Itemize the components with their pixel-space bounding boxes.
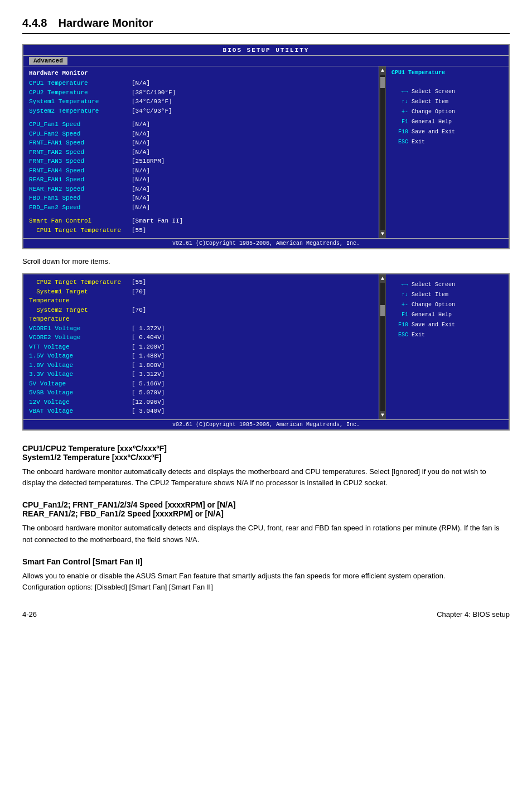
key-row: ←→ Select Screen xyxy=(391,280,503,290)
table-row: 5V Voltage [ 5.166V] xyxy=(29,379,373,389)
bios-tab-bar-1: Advanced xyxy=(23,56,509,66)
table-row: CPU_Fan2 Speed [N/A] xyxy=(29,129,373,139)
key-row: ESC Exit xyxy=(391,137,503,147)
subsection-title-fan: CPU_Fan1/2; FRNT_FAN1/2/3/4 Speed [xxxxR… xyxy=(22,500,510,518)
table-row: Smart Fan Control [Smart Fan II] xyxy=(29,216,373,226)
footer-page-number: 4-26 xyxy=(22,610,37,619)
bios-left-panel-2: CPU2 Target Temperature [55] System1 Tar… xyxy=(23,274,379,419)
key-row: +- Change Option xyxy=(391,107,503,117)
scrollbar-track-2[interactable] xyxy=(380,283,385,411)
page-footer: 4-26 Chapter 4: BIOS setup xyxy=(22,610,510,619)
table-row: FRNT_FAN1 Speed [N/A] xyxy=(29,138,373,148)
scrollbar-1[interactable]: ▲ ▼ xyxy=(379,66,386,238)
table-row: CPU_Fan1 Speed [N/A] xyxy=(29,120,373,129)
scroll-note: Scroll down for more items. xyxy=(22,257,510,265)
table-row: REAR_FAN2 Speed [N/A] xyxy=(29,185,373,194)
page-title: Hardware Monitor xyxy=(58,17,153,30)
scroll-down-arrow-2[interactable]: ▼ xyxy=(380,411,385,419)
table-row: FRNT_FAN3 Speed [2518RPM] xyxy=(29,157,373,166)
table-row: VBAT Voltage [ 3.040V] xyxy=(29,407,373,416)
key-row: +- Change Option xyxy=(391,300,503,310)
subsection-body-temp: The onboard hardware monitor automatical… xyxy=(22,466,510,490)
section-number: 4.4.8 xyxy=(22,17,47,30)
temp-rows: CPU1 Temperature [N/A] CPU2 Temperature … xyxy=(29,79,373,115)
key-row: F1 General Help xyxy=(391,117,503,127)
table-row: FBD_Fan1 Speed [N/A] xyxy=(29,194,373,203)
bios-tab-advanced[interactable]: Advanced xyxy=(29,57,67,65)
bios-right-panel-1: CPU1 Temperature ←→ Select Screen ↑↓ Sel… xyxy=(386,66,509,238)
subsection-fan: CPU_Fan1/2; FRNT_FAN1/2/3/4 Speed [xxxxR… xyxy=(22,500,510,546)
footer-chapter: Chapter 4: BIOS setup xyxy=(437,610,510,619)
target-temp-rows: CPU2 Target Temperature [55] System1 Tar… xyxy=(29,278,373,324)
bios-section-label-1: Hardware Monitor xyxy=(29,70,373,76)
bios-left-panel-1: Hardware Monitor CPU1 Temperature [N/A] … xyxy=(23,66,379,238)
table-row: 1.8V Voltage [ 1.808V] xyxy=(29,361,373,370)
voltage-rows: VCORE1 Voltage [ 1.372V] VCORE2 Voltage … xyxy=(29,324,373,416)
scroll-up-arrow-2[interactable]: ▲ xyxy=(380,274,385,283)
table-row: FBD_Fan2 Speed [N/A] xyxy=(29,203,373,212)
subsection-body-fan: The onboard hardware monitor automatical… xyxy=(22,523,510,546)
key-row: ←→ Select Screen xyxy=(391,87,503,97)
table-row: VTT Voltage [ 1.200V] xyxy=(29,342,373,352)
key-row: ↑↓ Select Item xyxy=(391,97,503,107)
table-row: 12V Voltage [12.096V] xyxy=(29,398,373,407)
key-row: ↑↓ Select Item xyxy=(391,290,503,300)
subsection-smartfan: Smart Fan Control [Smart Fan II] Allows … xyxy=(22,557,510,594)
fan-rows: CPU_Fan1 Speed [N/A] CPU_Fan2 Speed [N/A… xyxy=(29,120,373,212)
scrollbar-thumb[interactable] xyxy=(380,77,385,88)
scroll-up-arrow[interactable]: ▲ xyxy=(380,66,385,75)
table-row: System1 Temperature [34°C/93°F] xyxy=(29,97,373,107)
smartfan-rows: Smart Fan Control [Smart Fan II] CPU1 Ta… xyxy=(29,216,373,235)
scrollbar-thumb-2[interactable] xyxy=(380,305,385,316)
bios-header-1: BIOS SETUP UTILITY xyxy=(23,45,509,56)
key-shortcuts-1: ←→ Select Screen ↑↓ Select Item +- Chang… xyxy=(391,87,503,147)
bios-footer-1: v02.61 (C)Copyright 1985-2006, American … xyxy=(23,238,509,248)
table-row: CPU1 Target Temperature [55] xyxy=(29,226,373,235)
table-row: FRNT_FAN4 Speed [N/A] xyxy=(29,166,373,176)
table-row: VCORE2 Voltage [ 0.404V] xyxy=(29,333,373,342)
key-row: F10 Save and Exit xyxy=(391,320,503,330)
table-row: 3.3V Voltage [ 3.312V] xyxy=(29,370,373,379)
scrollbar-track[interactable] xyxy=(380,75,385,230)
subsection-title-temp: CPU1/CPU2 Temperature [xxxºC/xxxºF]Syste… xyxy=(22,444,510,462)
table-row: 5VSB Voltage [ 5.070V] xyxy=(29,388,373,398)
subsection-temp: CPU1/CPU2 Temperature [xxxºC/xxxºF]Syste… xyxy=(22,444,510,490)
subsection-body-smartfan: Allows you to enable or disable the ASUS… xyxy=(22,571,510,594)
table-row: 1.5V Voltage [ 1.488V] xyxy=(29,351,373,361)
bios-footer-2: v02.61 (C)Copyright 1985-2006, American … xyxy=(23,419,509,429)
scroll-down-arrow[interactable]: ▼ xyxy=(380,230,385,238)
table-row: CPU1 Temperature [N/A] xyxy=(29,79,373,88)
table-row: CPU2 Target Temperature [55] xyxy=(29,278,373,287)
table-row: CPU2 Temperature [38°C/100°F] xyxy=(29,88,373,98)
subsection-title-smartfan: Smart Fan Control [Smart Fan II] xyxy=(22,557,510,566)
bios-screen-1: BIOS SETUP UTILITY Advanced Hardware Mon… xyxy=(22,44,510,249)
key-row: F1 General Help xyxy=(391,310,503,320)
table-row: System2 Temperature [34°C/93°F] xyxy=(29,107,373,116)
scrollbar-2[interactable]: ▲ ▼ xyxy=(379,274,386,419)
right-info: CPU1 Temperature xyxy=(391,70,503,76)
bios-screen-2: CPU2 Target Temperature [55] System1 Tar… xyxy=(22,273,510,431)
table-row: VCORE1 Voltage [ 1.372V] xyxy=(29,324,373,334)
bios-right-panel-2: ←→ Select Screen ↑↓ Select Item +- Chang… xyxy=(386,274,509,419)
table-row: System2 Target Temperature [70] xyxy=(29,306,373,324)
table-row: System1 Target Temperature [70] xyxy=(29,287,373,306)
key-row: F10 Save and Exit xyxy=(391,127,503,137)
key-row: ESC Exit xyxy=(391,330,503,340)
key-shortcuts-2: ←→ Select Screen ↑↓ Select Item +- Chang… xyxy=(391,280,503,340)
table-row: REAR_FAN1 Speed [N/A] xyxy=(29,175,373,185)
table-row: FRNT_FAN2 Speed [N/A] xyxy=(29,148,373,157)
